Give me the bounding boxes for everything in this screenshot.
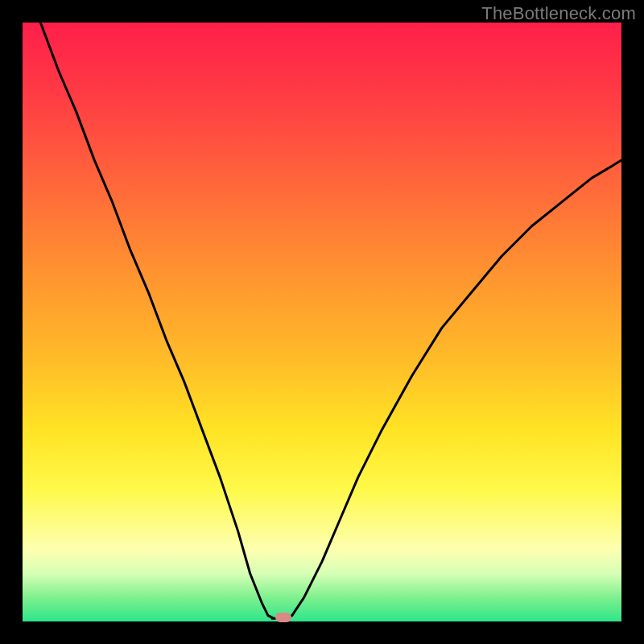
plot-area <box>23 23 621 621</box>
curve-path <box>40 23 621 618</box>
chart-frame: TheBottleneck.com <box>0 0 644 644</box>
watermark-text: TheBottleneck.com <box>481 3 636 24</box>
minimum-marker <box>275 613 291 622</box>
bottleneck-curve <box>23 23 621 621</box>
